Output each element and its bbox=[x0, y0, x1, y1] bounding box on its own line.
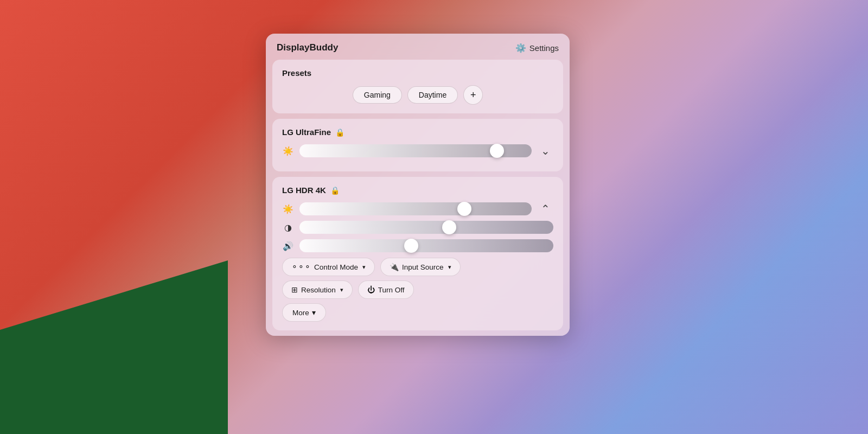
monitor2-brightness-row: ☀️ ⌃ bbox=[282, 202, 553, 215]
power-icon: ⏻ bbox=[367, 285, 375, 294]
more-button[interactable]: More ▾ bbox=[282, 303, 326, 322]
resolution-label: Resolution bbox=[301, 286, 336, 294]
more-row: More ▾ bbox=[282, 303, 553, 322]
control-mode-icon: ⚬⚬⚬ bbox=[291, 263, 311, 271]
monitor2-brightness-slider[interactable] bbox=[299, 202, 532, 215]
settings-button[interactable]: ⚙️ Settings bbox=[515, 43, 559, 53]
app-title: DisplayBuddy bbox=[277, 42, 338, 53]
presets-section: Presets Gaming Daytime + bbox=[272, 60, 563, 113]
lock-icon-monitor2: 🔒 bbox=[330, 186, 340, 195]
lock-icon-monitor1: 🔒 bbox=[335, 128, 344, 137]
monitor2-actions-row1: ⚬⚬⚬ Control Mode ▾ 🔌 Input Source ▾ bbox=[282, 258, 553, 276]
monitor2-volume-thumb[interactable] bbox=[404, 239, 418, 253]
more-chevron: ▾ bbox=[312, 308, 316, 317]
resolution-icon: ⊞ bbox=[291, 285, 298, 294]
monitor2-brightness-thumb[interactable] bbox=[457, 202, 471, 216]
input-source-icon: 🔌 bbox=[390, 263, 399, 271]
settings-label: Settings bbox=[529, 43, 559, 53]
preset-gaming-button[interactable]: Gaming bbox=[353, 86, 402, 104]
resolution-button[interactable]: ⊞ Resolution ▾ bbox=[282, 280, 353, 299]
input-source-label: Input Source bbox=[402, 263, 444, 271]
preset-daytime-button[interactable]: Daytime bbox=[407, 86, 458, 104]
gear-icon: ⚙️ bbox=[515, 43, 526, 53]
monitor1-section: LG UltraFine 🔒 ☀️ ⌄ bbox=[272, 119, 563, 171]
preset-add-button[interactable]: + bbox=[463, 85, 483, 105]
popup-header: DisplayBuddy ⚙️ Settings bbox=[266, 34, 570, 60]
input-source-chevron: ▾ bbox=[448, 264, 451, 271]
monitor1-brightness-slider[interactable] bbox=[299, 144, 532, 157]
brightness-icon-monitor1: ☀️ bbox=[282, 146, 294, 156]
popup-window: DisplayBuddy ⚙️ Settings Presets Gaming … bbox=[266, 34, 570, 336]
monitor2-actions-row2: ⊞ Resolution ▾ ⏻ Turn Off bbox=[282, 280, 553, 299]
turn-off-button[interactable]: ⏻ Turn Off bbox=[358, 280, 414, 299]
monitor1-brightness-row: ☀️ ⌄ bbox=[282, 144, 553, 157]
presets-row: Gaming Daytime + bbox=[282, 85, 553, 105]
monitor2-volume-row: 🔊 bbox=[282, 239, 553, 252]
more-label: More bbox=[292, 309, 309, 317]
monitor2-volume-slider[interactable] bbox=[299, 239, 553, 252]
brightness-icon-monitor2: ☀️ bbox=[282, 204, 294, 214]
monitor1-name: LG UltraFine bbox=[282, 127, 331, 137]
monitor2-header: LG HDR 4K 🔒 bbox=[282, 186, 553, 195]
volume-icon-monitor2: 🔊 bbox=[282, 241, 294, 251]
monitor2-section: LG HDR 4K 🔒 ☀️ ⌃ ◑ 🔊 bbox=[272, 177, 563, 330]
monitor1-header: LG UltraFine 🔒 bbox=[282, 127, 553, 137]
presets-title: Presets bbox=[282, 68, 553, 78]
monitor2-contrast-thumb[interactable] bbox=[442, 220, 456, 234]
resolution-chevron: ▾ bbox=[340, 286, 343, 293]
control-mode-label: Control Mode bbox=[314, 263, 358, 271]
control-mode-button[interactable]: ⚬⚬⚬ Control Mode ▾ bbox=[282, 258, 375, 276]
input-source-button[interactable]: 🔌 Input Source ▾ bbox=[380, 258, 461, 276]
monitor2-name: LG HDR 4K bbox=[282, 186, 326, 195]
monitor2-expand-button[interactable]: ⌃ bbox=[537, 202, 553, 215]
monitor1-expand-button[interactable]: ⌄ bbox=[537, 144, 553, 157]
contrast-icon-monitor2: ◑ bbox=[282, 222, 294, 233]
control-mode-chevron: ▾ bbox=[362, 264, 366, 271]
monitor2-contrast-row: ◑ bbox=[282, 221, 553, 234]
monitor1-brightness-thumb[interactable] bbox=[490, 144, 504, 158]
turn-off-label: Turn Off bbox=[378, 286, 405, 294]
monitor2-contrast-slider[interactable] bbox=[299, 221, 553, 234]
